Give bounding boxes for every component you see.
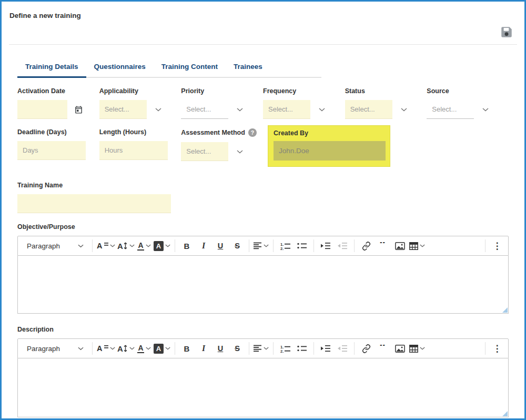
assessment-method-select-value: Select... [181, 142, 228, 161]
priority-select[interactable]: Select... [181, 100, 263, 119]
numbered-list-button[interactable]: 1.2. [278, 341, 292, 356]
toolbar-separator [175, 239, 175, 252]
source-label: Source [427, 87, 509, 95]
source-select[interactable]: Select... [427, 100, 509, 119]
underline-icon: U [218, 242, 223, 250]
italic-button[interactable]: I [196, 341, 211, 356]
toolbar-separator [273, 239, 274, 252]
image-icon [395, 345, 405, 353]
svg-text:2.: 2. [280, 348, 284, 352]
font-family-button[interactable]: A [97, 238, 115, 253]
font-color-icon: A [137, 242, 144, 251]
increase-indent-button[interactable] [318, 238, 333, 253]
field-source: Source Select... [427, 87, 509, 119]
decrease-indent-icon [338, 345, 347, 352]
text-alignment-button[interactable] [254, 238, 269, 253]
strikethrough-button[interactable]: S [230, 238, 245, 253]
underline-button[interactable]: U [213, 341, 228, 356]
block-quote-button[interactable]: “ [376, 238, 390, 253]
toolbar-more-options-button[interactable]: ⋮ [490, 238, 504, 253]
training-name-input[interactable] [17, 194, 171, 213]
strikethrough-icon: S [235, 242, 240, 250]
decrease-indent-button[interactable] [335, 341, 350, 356]
training-details-form: Activation Date Applicability [2, 87, 524, 417]
toolbar-separator [313, 342, 314, 355]
save-button[interactable] [499, 25, 514, 39]
font-size-button[interactable]: A [117, 238, 135, 253]
font-color-button[interactable]: A [137, 341, 151, 356]
objective-purpose-textarea[interactable] [17, 256, 509, 314]
activation-date-input[interactable] [17, 100, 67, 119]
tab-questionnaires[interactable]: Questionnaires [86, 61, 154, 78]
assessment-method-label-text: Assessment Method [181, 129, 245, 136]
applicability-select[interactable]: Select... [99, 100, 181, 119]
tab-trainees[interactable]: Trainees [226, 61, 270, 78]
tab-training-content[interactable]: Training Content [154, 61, 226, 78]
panel-header: Define a new training [9, 2, 517, 45]
strikethrough-icon: S [235, 344, 240, 353]
calendar-button[interactable] [74, 105, 83, 114]
editor-resize-handle[interactable] [502, 411, 508, 416]
link-button[interactable] [359, 341, 373, 356]
paragraph-style-dropdown[interactable]: Paragraph [22, 341, 88, 356]
image-icon [395, 242, 405, 250]
table-icon [409, 242, 418, 250]
align-left-icon [254, 345, 262, 352]
field-applicability: Applicability Select... [99, 87, 181, 119]
status-select[interactable]: Select... [345, 100, 427, 119]
tab-training-details[interactable]: Training Details [17, 61, 86, 78]
bold-button[interactable]: B [179, 341, 194, 356]
form-row-1: Activation Date Applicability [17, 87, 509, 119]
rich-text-toolbar: Paragraph A A A A [17, 236, 509, 256]
font-background-color-button[interactable]: A [154, 238, 170, 253]
insert-image-button[interactable] [392, 341, 407, 356]
description-textarea[interactable] [17, 358, 509, 417]
field-activation-date: Activation Date [17, 87, 99, 119]
chevron-down-icon [228, 150, 243, 154]
insert-image-button[interactable] [392, 238, 407, 253]
deadline-days-input[interactable] [17, 141, 86, 160]
insert-table-button[interactable] [409, 238, 425, 253]
increase-indent-button[interactable] [318, 341, 333, 356]
insert-table-button[interactable] [409, 341, 425, 356]
field-deadline-days: Deadline (Days) [17, 128, 99, 160]
toolbar-separator [485, 342, 485, 355]
paragraph-style-dropdown[interactable]: Paragraph [22, 238, 88, 253]
decrease-indent-button[interactable] [335, 238, 350, 253]
bulleted-list-button[interactable] [295, 341, 309, 356]
length-hours-input[interactable] [99, 141, 168, 160]
bulleted-list-button[interactable] [295, 238, 309, 253]
font-background-color-button[interactable]: A [154, 341, 170, 356]
strikethrough-button[interactable]: S [230, 341, 245, 356]
help-icon[interactable]: ? [248, 128, 257, 137]
toolbar-separator [175, 342, 175, 355]
assessment-method-select[interactable]: Select... [181, 142, 263, 161]
italic-icon: I [202, 344, 205, 353]
decrease-indent-icon [338, 242, 347, 249]
underline-button[interactable]: U [213, 238, 228, 253]
description-label: Description [17, 326, 509, 333]
svg-text:2.: 2. [280, 246, 284, 249]
block-quote-button[interactable]: “ [376, 341, 390, 356]
font-background-color-icon: A [154, 241, 164, 251]
frequency-select[interactable]: Select... [263, 100, 345, 119]
assessment-method-label: Assessment Method ? [181, 128, 263, 137]
italic-button[interactable]: I [196, 238, 211, 253]
bold-button[interactable]: B [179, 238, 194, 253]
font-color-button[interactable]: A [137, 238, 151, 253]
priority-label: Priority [181, 87, 263, 95]
font-size-button[interactable]: A [117, 341, 135, 356]
toolbar-more-options-button[interactable]: ⋮ [490, 341, 504, 356]
save-icon [500, 25, 513, 39]
text-alignment-button[interactable] [254, 341, 269, 356]
toolbar-separator [249, 342, 249, 355]
toolbar-separator [92, 342, 93, 355]
toolbar-separator [273, 342, 274, 355]
training-name-label: Training Name [17, 182, 509, 189]
link-button[interactable] [359, 238, 373, 253]
font-family-button[interactable]: A [97, 341, 115, 356]
numbered-list-button[interactable]: 1.2. [278, 238, 292, 253]
applicability-label: Applicability [99, 87, 181, 95]
field-assessment-method: Assessment Method ? Select... [181, 128, 263, 161]
editor-resize-handle[interactable] [502, 307, 508, 313]
